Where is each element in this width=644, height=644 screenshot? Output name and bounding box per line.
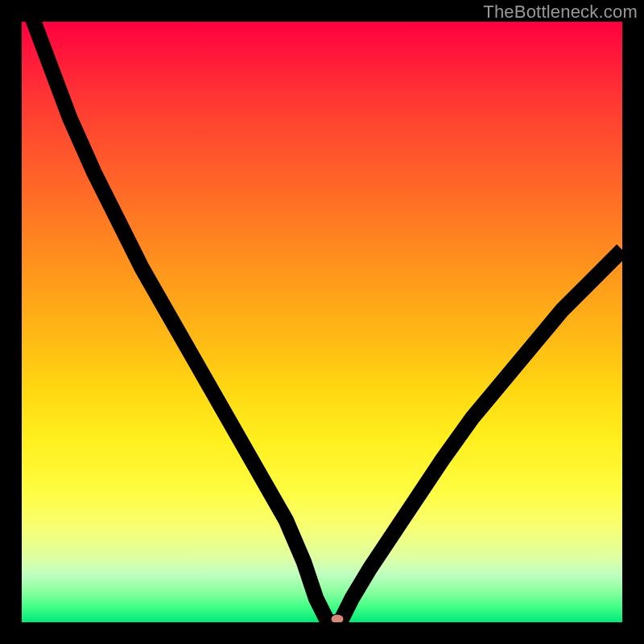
optimal-point-marker	[331, 615, 343, 622]
bottleneck-curve	[22, 22, 622, 622]
chart-frame: TheBottleneck.com	[0, 0, 644, 644]
attribution-text: TheBottleneck.com	[483, 2, 638, 23]
plot-area	[22, 22, 622, 622]
curve-path	[22, 22, 622, 622]
